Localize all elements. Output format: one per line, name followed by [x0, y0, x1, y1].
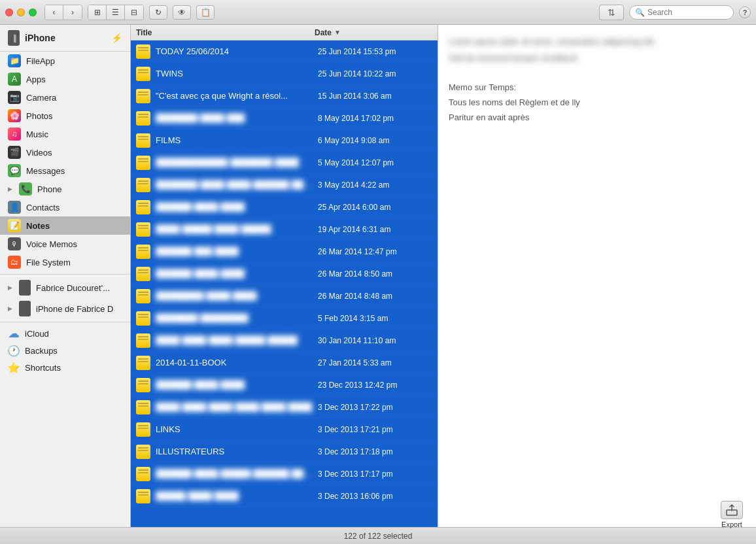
sidebar-item-shortcuts[interactable]: ⭐ Shortcuts [0, 359, 130, 376]
note-row[interactable]: ████ █████ ████ █████19 Apr 2014 6:31 am [131, 218, 438, 241]
sidebar-item-photos[interactable]: 🌸 Photos [0, 107, 130, 125]
arrow-icon: ▶ [8, 186, 12, 192]
note-row[interactable]: ███████ ████ ████ ██████ ████3 May 2014 … [131, 174, 438, 196]
camera-icon: 📷 [8, 91, 21, 104]
list-view-button[interactable]: ☰ [107, 5, 125, 20]
note-row[interactable]: LINKS3 Dec 2013 17:21 pm [131, 418, 438, 441]
note-title: ████ ████ ████ ████ ████ ████ [156, 402, 313, 412]
note-row[interactable]: ████████████ ███████ ████5 May 2014 12:0… [131, 152, 438, 174]
note-date: 26 Mar 2014 12:47 pm [318, 247, 432, 256]
contacts-icon: 👤 [8, 201, 21, 214]
main-layout: ▐ iPhone ⚡ 📁 FileApp A Apps 📷 Camera 🌸 P… [0, 25, 756, 527]
note-icon [136, 200, 150, 214]
note-row[interactable]: ███████ ████ ███8 May 2014 17:02 pm [131, 107, 438, 129]
note-title: TWINS [156, 69, 313, 78]
note-row[interactable]: ████ ████ ████ █████ █████30 Jan 2014 11… [131, 330, 438, 352]
preview-line: Lorem ipsum dolor sit amet, consectetur … [449, 35, 746, 49]
note-icon [136, 289, 150, 303]
search-input[interactable] [647, 8, 728, 17]
sidebar-item-fabrice1[interactable]: ▶ Fabrice Ducouret'... [0, 277, 130, 298]
help-button[interactable]: ? [739, 7, 751, 18]
note-row[interactable]: ████ ████ ████ ████ ████ ████3 Dec 2013 … [131, 396, 438, 418]
transfer-button[interactable]: ⇅ [599, 5, 624, 20]
back-button[interactable]: ‹ [45, 5, 63, 20]
notes-list[interactable]: TODAY 25/06/201425 Jun 2014 15:53 pmTWIN… [131, 41, 438, 527]
sidebar-item-fabrice2[interactable]: ▶ iPhone de Fabrice D [0, 298, 130, 319]
sidebar-item-notes[interactable]: 📝 Notes [0, 216, 130, 235]
note-row[interactable]: ILLUSTRATEURS3 Dec 2013 17:18 pm [131, 441, 438, 463]
note-title: ███████ ████████ [156, 313, 313, 323]
notes-button[interactable]: 📋 [196, 5, 215, 20]
notes-list-pane: Title Date ▼ TODAY 25/06/201425 Jun 2014… [131, 25, 438, 527]
note-icon [136, 311, 150, 326]
phone-icon: 📞 [19, 182, 32, 196]
note-row[interactable]: FILMS6 May 2014 9:08 am [131, 129, 438, 152]
note-date: 25 Apr 2014 6:00 am [318, 203, 432, 212]
close-button[interactable] [5, 8, 13, 16]
sidebar-item-voicememos[interactable]: 🎙 Voice Memos [0, 235, 130, 253]
sidebar-item-messages[interactable]: 💬 Messages [0, 162, 130, 180]
search-bar: 🔍 [629, 5, 734, 20]
note-date: 19 Apr 2014 6:31 am [318, 225, 432, 234]
preview-line: Memo sur Temps: [449, 81, 746, 95]
note-icon [136, 67, 150, 81]
note-icon [136, 133, 150, 148]
traffic-lights [5, 8, 37, 16]
note-icon [136, 467, 150, 481]
note-row[interactable]: TWINS25 Jun 2014 10:22 am [131, 63, 438, 85]
note-row[interactable]: 2014-01-11-BOOK27 Jan 2014 5:33 am [131, 352, 438, 374]
sidebar-item-contacts[interactable]: 👤 Contacts [0, 198, 130, 216]
sidebar-item-phone[interactable]: ▶ 📞 Phone [0, 180, 130, 198]
sidebar-item-filesystem[interactable]: 🗂 File System [0, 253, 130, 271]
sidebar-iphone-header[interactable]: ▐ iPhone ⚡ [0, 25, 130, 52]
sidebar-item-backups[interactable]: 🕐 Backups [0, 342, 130, 359]
sidebar-item-camera[interactable]: 📷 Camera [0, 88, 130, 107]
export-button[interactable]: Export [721, 501, 743, 539]
photos-icon: 🌸 [8, 109, 21, 122]
note-row[interactable]: TODAY 25/06/201425 Jun 2014 15:53 pm [131, 41, 438, 63]
columns-view-button[interactable]: ⊟ [125, 5, 143, 20]
eye-button[interactable]: 👁 [173, 5, 191, 20]
maximize-button[interactable] [29, 8, 37, 16]
note-title: ILLUSTRATEURS [156, 447, 313, 456]
sort-arrow-icon: ▼ [334, 29, 341, 36]
note-date: 30 Jan 2014 11:10 am [318, 336, 432, 345]
note-row[interactable]: ██████ ████ █████ ██████ ████3 Dec 2013 … [131, 463, 438, 485]
note-row[interactable]: █████ ████ ████3 Dec 2013 16:06 pm [131, 485, 438, 507]
icloud-icon: ☁ [8, 328, 20, 339]
refresh-button[interactable]: ↻ [149, 5, 167, 20]
sidebar-item-label: Music [26, 129, 48, 139]
sidebar-item-apps[interactable]: A Apps [0, 70, 130, 88]
note-date: 3 Dec 2013 17:21 pm [318, 425, 432, 434]
sidebar-item-fileapp[interactable]: 📁 FileApp [0, 52, 130, 70]
export-label: Export [721, 520, 742, 528]
note-row[interactable]: ███████ ████████5 Feb 2014 3:15 am [131, 307, 438, 330]
sidebar-item-videos[interactable]: 🎬 Videos [0, 143, 130, 162]
note-icon [136, 356, 150, 370]
note-icon [136, 333, 150, 348]
minimize-button[interactable] [17, 8, 25, 16]
arrow-icon: ▶ [8, 284, 12, 291]
note-row[interactable]: ██████ ████ ████25 Apr 2014 6:00 am [131, 196, 438, 218]
divider2 [0, 322, 130, 322]
sidebar-item-label: Phone [37, 184, 62, 194]
preview-line: Sed do eiusmod tempor incididunt. [449, 52, 746, 65]
note-row[interactable]: ██████ ████ ████26 Mar 2014 8:50 am [131, 263, 438, 285]
preview-text: Lorem ipsum dolor sit amet, consectetur … [449, 35, 746, 125]
forward-button[interactable]: › [63, 5, 82, 20]
note-row[interactable]: ██████ ████ ████23 Dec 2013 12:42 pm [131, 374, 438, 396]
note-date: 26 Mar 2014 8:50 am [318, 269, 432, 279]
apps-icon: A [8, 73, 21, 86]
grid-view-button[interactable]: ⊞ [88, 5, 107, 20]
sidebar-item-label: Contacts [26, 203, 60, 212]
note-title: ███████ ████ ███ [156, 113, 313, 123]
preview-line: Paritur en avait après [449, 111, 746, 125]
sidebar-item-music[interactable]: ♫ Music [0, 125, 130, 143]
preview-line: Tous les noms del Règlem et de lly [449, 96, 746, 110]
note-row[interactable]: "C'est avec ça que Wright a résol...15 J… [131, 85, 438, 107]
sidebar-item-icloud[interactable]: ☁ iCloud [0, 325, 130, 342]
note-row[interactable]: ████████ ████ ████26 Mar 2014 8:48 am [131, 285, 438, 307]
note-icon [136, 156, 150, 170]
note-title: 2014-01-11-BOOK [156, 358, 313, 367]
note-row[interactable]: ██████ ███ ████26 Mar 2014 12:47 pm [131, 241, 438, 263]
